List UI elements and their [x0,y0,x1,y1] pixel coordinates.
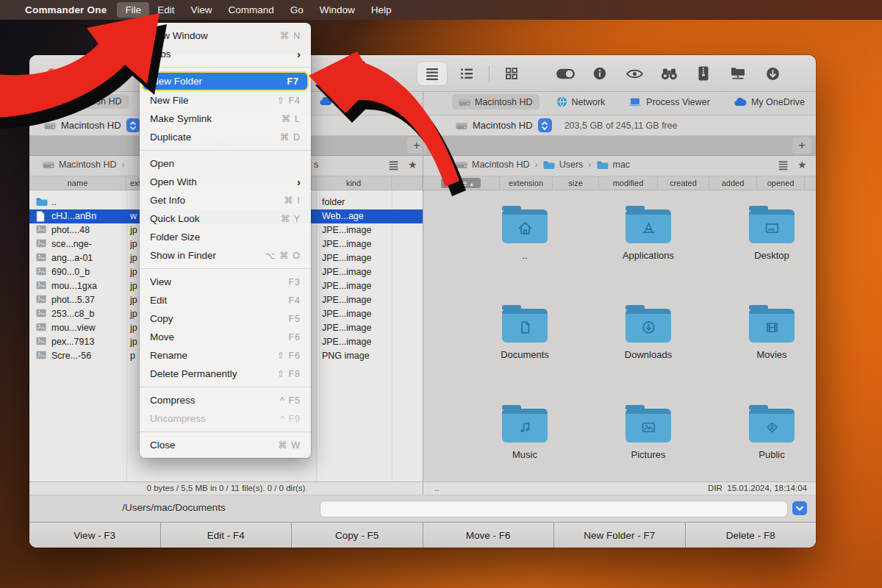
fn-button-view-f3[interactable]: View - F3 [29,523,161,548]
back-chevron-icon[interactable]: ‹ [116,62,122,82]
detail-list-view-icon [459,66,474,81]
fn-button-new-folder-f7[interactable]: New Folder - F7 [554,523,686,548]
menu-item-uncompress[interactable]: Uncompress^ F9 [140,409,311,428]
menu-item-get-info[interactable]: Get Info⌘ I [140,191,311,209]
right-breadcrumb[interactable]: Macintosh HD›Users›mac [456,159,630,170]
command-input[interactable] [320,501,788,517]
menubar-item-go[interactable]: Go [282,2,312,18]
favorite-network[interactable]: Network [550,94,612,110]
grid-item-desktop[interactable]: Desktop [724,209,816,261]
right-add-tab-button[interactable]: + [792,137,811,154]
menu-item-tabs[interactable]: Tabs› [140,45,311,63]
breadcrumb-segment-mac[interactable]: mac [597,159,631,170]
breadcrumb-segment-macintosh-hd[interactable]: Macintosh HD [456,159,530,170]
file-name: phot....48 [51,223,90,237]
fn-button-edit-f4[interactable]: Edit - F4 [161,523,293,548]
menubar-item-window[interactable]: Window [312,2,363,18]
menubar-item-edit[interactable]: Edit [149,2,182,18]
menu-item-new-file[interactable]: New File⇧ F4 [140,91,311,110]
favorite-my-onedrive[interactable]: My OneDrive [312,94,397,109]
menubar-app-name[interactable]: Commander One [25,4,107,15]
column-header-opened[interactable]: opened [757,176,805,190]
path-dropdown-button[interactable] [792,501,807,515]
menu-item-edit[interactable]: EditF4 [140,291,311,309]
grid-item-music[interactable]: Music [477,409,573,460]
column-header-name[interactable]: name ▲ [423,176,500,190]
list-view-button[interactable] [417,62,447,85]
menu-item-open-with[interactable]: Open With› [140,173,311,191]
menu-item-open[interactable]: Open [140,154,311,173]
menu-item-show-in-finder[interactable]: Show in Finder⌥ ⌘ O [140,246,311,265]
list-settings-icon[interactable] [388,159,399,171]
fn-button-delete-f8[interactable]: Delete - F8 [686,523,817,548]
breadcrumb-segment-users[interactable]: Users [543,159,584,170]
menu-item-label: Open [150,158,174,169]
left-breadcrumb[interactable]: Macintosh HD › [43,159,126,170]
menu-item-make-symlink[interactable]: Make Symlink⌘ L [140,110,311,128]
menu-item-new-folder[interactable]: New FolderF7 [142,71,309,91]
menu-item-copy[interactable]: CopyF5 [140,309,311,328]
menubar-item-command[interactable]: Command [220,2,282,18]
column-header-kind[interactable]: kind [316,176,392,190]
column-header-name[interactable]: name [29,176,126,190]
archive-button[interactable] [689,62,718,85]
grid-item-downloads[interactable]: Downloads [600,309,696,360]
left-drive-stepper[interactable] [126,118,140,132]
downloads-button[interactable] [758,62,787,85]
grid-item-item[interactable]: .. [477,209,573,261]
favorite-process-viewer[interactable]: Process Viewer [622,94,717,110]
menu-item-close[interactable]: Close⌘ W [140,436,311,454]
search-binoculars-button[interactable] [654,62,684,85]
menu-item-compress[interactable]: Compress^ F5 [140,391,311,409]
grid-item-applications[interactable]: Applications [600,209,696,261]
column-header-size[interactable]: size [553,176,599,190]
menu-item-new-window[interactable]: New Window⌘ N [140,26,311,45]
favorite-macintosh-hd[interactable]: Macintosh HD [452,94,539,110]
menu-item-rename[interactable]: Rename⇧ F6 [140,346,311,365]
right-drive-stepper[interactable] [538,118,552,132]
img-icon [36,309,46,318]
pane-divider[interactable] [423,92,423,495]
favorite-macintosh-hd[interactable]: Macintosh HD [41,94,129,109]
left-drive-selector[interactable]: Macintosh HD [44,118,140,132]
zoom-window-button[interactable] [82,68,92,78]
toggle-button[interactable] [551,62,580,85]
column-header-extension[interactable]: extension [500,176,553,190]
column-header-modified[interactable]: modified [599,176,658,190]
info-button[interactable] [585,62,614,85]
network-share-button[interactable] [723,62,753,85]
grid-item-public[interactable]: Public [724,409,816,460]
close-window-button[interactable] [47,68,57,78]
column-header-blank[interactable] [392,176,423,190]
favorite-star-icon[interactable]: ★ [408,159,417,171]
drive-icon [456,121,467,131]
menu-item-label: New Folder [151,76,202,87]
grid-item-movies[interactable]: Movies [724,309,816,360]
detail-list-view-button[interactable] [452,62,481,85]
grid-item-documents[interactable]: Documents [477,309,573,360]
fn-button-move-f6[interactable]: Move - F6 [423,523,555,548]
menubar-item-help[interactable]: Help [363,2,400,18]
menu-item-view[interactable]: ViewF3 [140,273,311,291]
menu-item-shortcut: ⇧ F8 [276,368,301,379]
fn-button-copy-f5[interactable]: Copy - F5 [292,523,423,548]
eye-button[interactable] [620,62,649,85]
column-header-created[interactable]: created [658,176,709,190]
menu-item-move[interactable]: MoveF6 [140,328,311,346]
favorite-my-onedrive[interactable]: My OneDrive [727,94,811,110]
menu-item-quick-look[interactable]: Quick Look⌘ Y [140,209,311,228]
grid-view-button[interactable] [497,62,526,85]
menubar-item-file[interactable]: File [117,2,149,18]
list-settings-icon[interactable] [778,159,789,171]
menu-item-folder-size[interactable]: Folder Size [140,228,311,246]
menu-item-label: Get Info [150,195,185,206]
file-kind: JPE...image [322,321,371,335]
menubar-item-view[interactable]: View [182,2,220,18]
grid-item-pictures[interactable]: Pictures [600,409,696,460]
menu-item-duplicate[interactable]: Duplicate⌘ D [140,128,311,146]
right-drive-selector[interactable]: Macintosh HD 203,5 GB of 245,11 GB free [456,118,678,132]
favorite-star-icon[interactable]: ★ [797,159,807,171]
minimize-window-button[interactable] [65,68,74,78]
menu-item-delete-permanently[interactable]: Delete Permanently⇧ F8 [140,365,311,383]
column-header-added[interactable]: added [709,176,757,190]
